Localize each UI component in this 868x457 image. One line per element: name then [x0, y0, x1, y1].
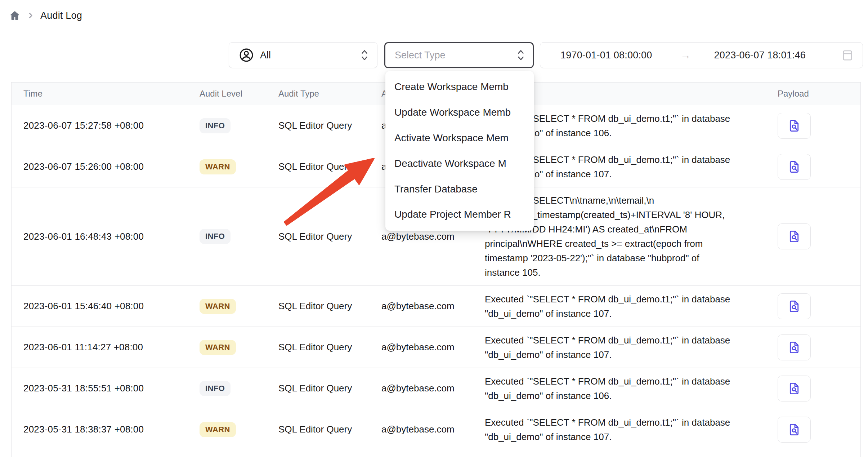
header-level: Audit Level [200, 89, 278, 99]
document-search-icon [787, 381, 801, 396]
table-row: 2023-06-01 11:14:27 +08:00 WARN SQL Edit… [12, 327, 860, 368]
date-range-start[interactable]: 1970-01-01 08:00:00 [560, 50, 652, 61]
cell-actor: a@bytebase.com [381, 231, 485, 242]
document-search-icon [787, 299, 801, 314]
chevron-right-icon [26, 11, 35, 20]
audit-level-badge: INFO [200, 118, 231, 133]
cell-actor: a@bytebase.com [381, 424, 485, 435]
view-payload-button[interactable] [778, 154, 811, 180]
view-payload-button[interactable] [778, 376, 811, 401]
cell-time: 2023-06-01 16:48:43 +08:00 [12, 231, 200, 242]
cell-comment: Executed `"SELECT * FROM db_ui_demo.t1;"… [485, 368, 778, 409]
member-filter-value: All [260, 50, 360, 61]
type-menu-item[interactable]: Transfer Database [385, 176, 534, 202]
cell-actor: a@bytebase.com [381, 383, 485, 394]
audit-log-page: Audit Log All Select Type 1970-01-01 08:… [0, 0, 868, 457]
cell-time: 2023-06-07 15:27:58 +08:00 [12, 120, 200, 131]
select-updown-icon [516, 48, 525, 62]
audit-level-badge: WARN [200, 340, 236, 355]
table-row: 2023-05-31 18:55:51 +08:00 INFO SQL Edit… [12, 368, 860, 409]
table-row: 2023-05-31 18:38:37 +08:00 WARN SQL Edit… [12, 409, 860, 450]
cell-time: 2023-06-01 11:14:27 +08:00 [12, 342, 200, 353]
document-search-icon [787, 229, 801, 244]
type-select-menu: Create Workspace MembUpdate Workspace Me… [385, 71, 534, 231]
audit-level-badge: WARN [200, 299, 236, 314]
cell-audit-type: SQL Editor Query [278, 231, 381, 242]
audit-level-badge: WARN [200, 159, 236, 174]
breadcrumb: Audit Log [9, 9, 82, 22]
header-payload: Payload [778, 89, 860, 99]
cell-audit-type: SQL Editor Query [278, 161, 381, 172]
type-filter-select[interactable]: Select Type [384, 42, 534, 68]
cell-actor: a@bytebase.com [381, 301, 485, 312]
document-search-icon [787, 119, 801, 133]
cell-audit-type: SQL Editor Query [278, 120, 381, 131]
document-search-icon [787, 422, 801, 437]
type-filter-placeholder: Select Type [395, 50, 516, 61]
select-updown-icon [360, 48, 369, 62]
type-menu-item[interactable]: Deactivate Workspace M [385, 151, 534, 176]
document-search-icon [787, 160, 801, 174]
cell-time: 2023-06-07 15:26:00 +08:00 [12, 161, 200, 172]
audit-level-badge: INFO [200, 229, 231, 244]
type-menu-item[interactable]: Update Project Member R [385, 202, 534, 227]
cell-audit-type: SQL Editor Query [278, 342, 381, 353]
date-range-end[interactable]: 2023-06-07 18:01:46 [714, 50, 806, 61]
type-menu-item[interactable]: Activate Workspace Mem [385, 125, 534, 151]
header-type: Audit Type [278, 89, 381, 99]
cell-comment: Executed `"SELECT * FROM db_ui_demo.t1;"… [485, 286, 778, 327]
type-menu-item[interactable]: Update Workspace Memb [385, 100, 534, 125]
view-payload-button[interactable] [778, 223, 811, 249]
view-payload-button[interactable] [778, 113, 811, 139]
view-payload-button[interactable] [778, 334, 811, 360]
audit-level-badge: WARN [200, 422, 236, 437]
cell-audit-type: SQL Editor Query [278, 383, 381, 394]
table-row: 2023-06-01 15:46:40 +08:00 WARN SQL Edit… [12, 286, 860, 327]
cell-audit-type: SQL Editor Query [278, 301, 381, 312]
cell-time: 2023-05-31 18:38:37 +08:00 [12, 424, 200, 435]
cell-audit-type: SQL Editor Query [278, 424, 381, 435]
header-time: Time [12, 89, 200, 99]
date-range-picker[interactable]: 1970-01-01 08:00:00 → 2023-06-07 18:01:4… [540, 42, 863, 68]
cell-time: 2023-06-01 15:46:40 +08:00 [12, 301, 200, 312]
cell-actor: a@bytebase.com [381, 342, 485, 353]
member-filter-select[interactable]: All [229, 42, 377, 68]
view-payload-button[interactable] [778, 293, 811, 319]
page-title: Audit Log [40, 10, 82, 21]
user-circle-icon [238, 47, 254, 63]
type-menu-item[interactable]: Create Workspace Memb [385, 74, 534, 100]
cell-comment: Executed `"SELECT * FROM db_ui_demo.t1;"… [485, 409, 778, 450]
range-arrow-icon: → [680, 49, 691, 61]
document-search-icon [787, 340, 801, 355]
audit-level-badge: INFO [200, 381, 231, 396]
view-payload-button[interactable] [778, 417, 811, 443]
cell-time: 2023-05-31 18:55:51 +08:00 [12, 383, 200, 394]
calendar-icon [842, 49, 853, 62]
cell-comment: Executed `"SELECT * FROM db_ui_demo.t1;"… [485, 327, 778, 368]
home-icon[interactable] [9, 9, 21, 22]
